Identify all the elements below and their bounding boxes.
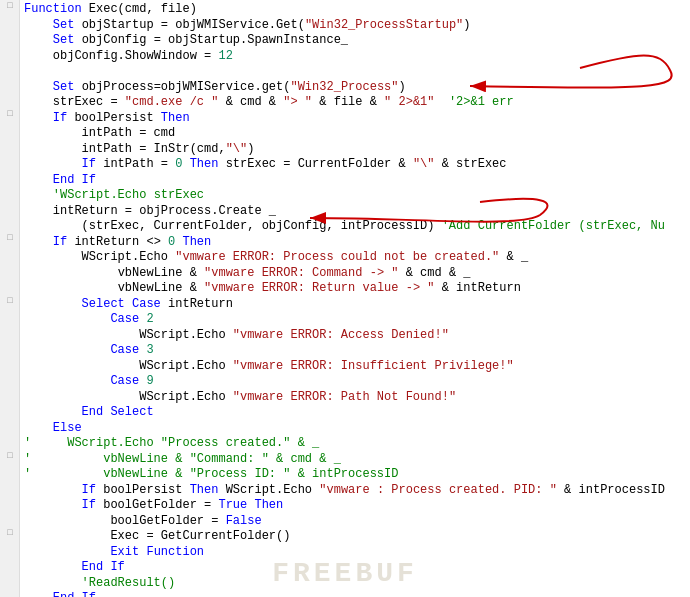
code-line-14: intReturn = objProcess.Create _ <box>20 204 690 220</box>
code-line-2: Set objStartup = objWMIService.Get("Win3… <box>20 18 690 34</box>
collapse-icon-16[interactable]: □ <box>3 232 17 244</box>
code-line-22: WScript.Echo "vmware ERROR: Access Denie… <box>20 328 690 344</box>
code-line-33: If boolGetFolder = True Then <box>20 498 690 514</box>
code-content: Function Exec(cmd, file) Set objStartup … <box>20 0 690 597</box>
code-line-23: Case 3 <box>20 343 690 359</box>
code-line-26: WScript.Echo "vmware ERROR: Path Not Fou… <box>20 390 690 406</box>
code-line-27: End Select <box>20 405 690 421</box>
code-line-10: intPath = InStr(cmd,"\") <box>20 142 690 158</box>
code-line-24: WScript.Echo "vmware ERROR: Insufficient… <box>20 359 690 375</box>
code-line-6: Set objProcess=objWMIService.get("Win32_… <box>20 80 690 96</box>
code-line-39: End If <box>20 591 690 597</box>
code-line-4: objConfig.ShowWindow = 12 <box>20 49 690 65</box>
code-line-8: If boolPersist Then <box>20 111 690 127</box>
code-line-35: Exec = GetCurrentFolder() <box>20 529 690 545</box>
code-line-38: 'ReadResult() <box>20 576 690 592</box>
code-line-36: Exit Function <box>20 545 690 561</box>
collapse-icon-33[interactable]: □ <box>3 450 17 462</box>
collapse-icon-20[interactable]: □ <box>3 295 17 307</box>
collapse-icon-8[interactable]: □ <box>3 108 17 120</box>
code-line-21: Case 2 <box>20 312 690 328</box>
code-line-25: Case 9 <box>20 374 690 390</box>
code-line-7: strExec = "cmd.exe /c " & cmd & "> " & f… <box>20 95 690 111</box>
code-line-30: ' vbNewLine & "Command: " & cmd & _ <box>20 452 690 468</box>
collapse-icon-39[interactable]: □ <box>3 527 17 539</box>
code-line-19: vbNewLine & "vmware ERROR: Return value … <box>20 281 690 297</box>
code-line-13: 'WScript.Echo strExec <box>20 188 690 204</box>
code-line-28: Else <box>20 421 690 437</box>
code-line-12: End If <box>20 173 690 189</box>
code-line-11: If intPath = 0 Then strExec = CurrentFol… <box>20 157 690 173</box>
code-line-29: ' WScript.Echo "Process created." & _ <box>20 436 690 452</box>
code-line-37: End If <box>20 560 690 576</box>
code-line-3: Set objConfig = objStartup.SpawnInstance… <box>20 33 690 49</box>
code-line-34: boolGetFolder = False <box>20 514 690 530</box>
code-line-1: Function Exec(cmd, file) <box>20 2 690 18</box>
code-line-17: WScript.Echo "vmware ERROR: Process coul… <box>20 250 690 266</box>
code-line-5 <box>20 64 690 80</box>
code-line-16: If intReturn <> 0 Then <box>20 235 690 251</box>
code-line-31: ' vbNewLine & "Process ID: " & intProces… <box>20 467 690 483</box>
code-editor: □ □ □ □ □ □ Function Exec(cmd, file) Set… <box>0 0 690 597</box>
line-gutter: □ □ □ □ □ □ <box>0 0 20 597</box>
code-line-9: intPath = cmd <box>20 126 690 142</box>
code-line-18: vbNewLine & "vmware ERROR: Command -> " … <box>20 266 690 282</box>
collapse-icon-1[interactable]: □ <box>3 0 17 12</box>
code-line-15: (strExec, CurrentFolder, objConfig, intP… <box>20 219 690 235</box>
code-line-20: Select Case intReturn <box>20 297 690 313</box>
code-line-32: If boolPersist Then WScript.Echo "vmware… <box>20 483 690 499</box>
